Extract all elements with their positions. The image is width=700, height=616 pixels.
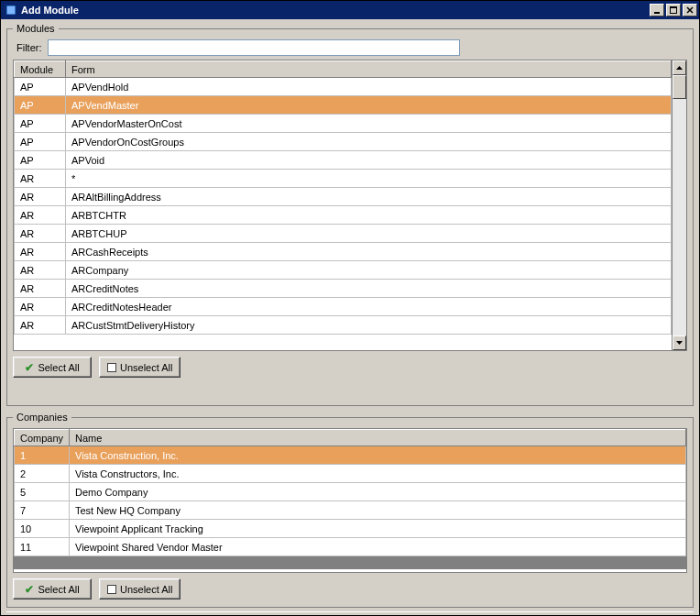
table-row[interactable]: ARARCustStmtDeliveryHistory <box>15 316 672 335</box>
table-row[interactable]: APAPVendMaster <box>15 96 672 115</box>
table-row[interactable]: ARARAltBillingAddress <box>15 188 672 206</box>
module-cell[interactable]: AP <box>15 115 66 133</box>
table-row[interactable]: ARARBTCHTR <box>15 206 672 225</box>
table-row[interactable]: 11Viewpoint Shared Vendor Master <box>15 538 686 556</box>
table-row[interactable]: ARARBTCHUP <box>15 225 672 243</box>
modules-scrollbar[interactable] <box>672 60 686 350</box>
companies-unselect-all-button[interactable]: Unselect All <box>99 578 180 600</box>
form-cell[interactable]: ARBTCHUP <box>66 225 672 243</box>
companies-select-all-button[interactable]: ✔ Select All <box>13 578 92 600</box>
window-buttons <box>650 4 697 16</box>
form-cell[interactable]: ARAltBillingAddress <box>66 188 672 206</box>
form-cell[interactable]: * <box>66 170 672 188</box>
table-row[interactable]: APAPVendHold <box>15 78 672 96</box>
modules-table[interactable]: Module Form APAPVendHoldAPAPVendMasterAP… <box>13 60 687 351</box>
table-row[interactable]: AR* <box>15 170 672 188</box>
module-cell[interactable]: AR <box>15 243 66 261</box>
checkbox-icon <box>107 363 116 372</box>
table-row[interactable]: 2Vista Constructors, Inc. <box>15 465 686 483</box>
scroll-up-button[interactable] <box>673 60 686 75</box>
table-row[interactable]: 1Vista Construction, Inc. <box>15 446 686 465</box>
companies-header-row[interactable]: Company Name <box>15 430 686 446</box>
module-cell[interactable]: AR <box>15 316 66 335</box>
scroll-track[interactable] <box>673 75 686 336</box>
modules-header-module[interactable]: Module <box>15 61 66 78</box>
form-cell[interactable]: APVendorMasterOnCost <box>66 115 672 133</box>
company-cell[interactable]: 10 <box>15 520 70 538</box>
table-row[interactable]: APAPVoid <box>15 151 672 170</box>
select-all-label: Select All <box>38 362 79 373</box>
name-cell[interactable]: Viewpoint Applicant Tracking <box>70 520 686 538</box>
modules-group: Modules Filter: Module Form <box>6 23 694 406</box>
modules-select-all-button[interactable]: ✔ Select All <box>13 357 92 378</box>
form-cell[interactable]: ARCashReceipts <box>66 243 672 261</box>
module-cell[interactable]: AR <box>15 170 66 188</box>
unselect-all-label: Unselect All <box>120 362 172 373</box>
name-cell[interactable]: Viewpoint Shared Vendor Master <box>70 538 686 556</box>
company-cell[interactable]: 2 <box>15 465 70 483</box>
module-cell[interactable]: AR <box>15 188 66 206</box>
checkbox-icon <box>107 585 116 594</box>
check-icon: ✔ <box>25 583 34 596</box>
svg-marker-6 <box>676 66 683 70</box>
filter-input[interactable] <box>48 39 460 56</box>
company-cell[interactable]: 11 <box>15 538 70 556</box>
form-cell[interactable]: APVendMaster <box>66 96 672 115</box>
scroll-down-button[interactable] <box>673 336 686 350</box>
companies-table[interactable]: Company Name 1Vista Construction, Inc.2V… <box>13 428 687 573</box>
name-cell[interactable]: Vista Constructors, Inc. <box>70 465 686 483</box>
table-row[interactable]: APAPVendorOnCostGroups <box>15 133 672 151</box>
form-cell[interactable]: ARCreditNotesHeader <box>66 298 672 316</box>
company-cell[interactable]: 1 <box>15 446 70 465</box>
modules-button-row: ✔ Select All Unselect All <box>13 357 687 378</box>
company-cell[interactable]: 5 <box>15 483 70 501</box>
module-cell[interactable]: AR <box>15 225 66 243</box>
modules-header-form[interactable]: Form <box>66 61 672 78</box>
svg-rect-1 <box>654 12 660 14</box>
table-row[interactable]: 5Demo Company <box>15 483 686 501</box>
form-cell[interactable]: ARCreditNotes <box>66 280 672 298</box>
svg-rect-0 <box>6 6 16 15</box>
company-cell[interactable]: 7 <box>15 501 70 520</box>
form-cell[interactable]: APVendHold <box>66 78 672 96</box>
module-cell[interactable]: AR <box>15 298 66 316</box>
form-cell[interactable]: ARBTCHTR <box>66 206 672 225</box>
module-cell[interactable]: AR <box>15 280 66 298</box>
module-cell[interactable]: AR <box>15 261 66 280</box>
titlebar[interactable]: Add Module <box>1 1 699 19</box>
close-button[interactable] <box>683 4 697 16</box>
module-cell[interactable]: AP <box>15 96 66 115</box>
companies-header-company[interactable]: Company <box>15 430 70 446</box>
minimize-button[interactable] <box>650 4 664 16</box>
form-cell[interactable]: APVoid <box>66 151 672 170</box>
name-cell[interactable]: Demo Company <box>70 483 686 501</box>
modules-header-row[interactable]: Module Form <box>15 61 672 78</box>
client-area: Modules Filter: Module Form <box>1 19 699 615</box>
module-cell[interactable]: AP <box>15 133 66 151</box>
chevron-down-icon <box>676 341 683 345</box>
module-cell[interactable]: AP <box>15 151 66 170</box>
table-row[interactable]: ARARCreditNotesHeader <box>15 298 672 316</box>
module-cell[interactable]: AP <box>15 78 66 96</box>
form-cell[interactable]: APVendorOnCostGroups <box>66 133 672 151</box>
name-cell[interactable]: Test New HQ Company <box>70 501 686 520</box>
modules-unselect-all-button[interactable]: Unselect All <box>99 357 180 378</box>
table-row[interactable]: APAPVendorMasterOnCost <box>15 115 672 133</box>
modules-legend: Modules <box>13 23 59 34</box>
form-cell[interactable]: ARCompany <box>66 261 672 280</box>
table-row[interactable]: ARARCreditNotes <box>15 280 672 298</box>
form-cell[interactable]: ARCustStmtDeliveryHistory <box>66 316 672 335</box>
companies-header-name[interactable]: Name <box>70 430 686 446</box>
table-row[interactable]: ARARCompany <box>15 261 672 280</box>
name-cell[interactable]: Vista Construction, Inc. <box>70 446 686 465</box>
svg-marker-7 <box>676 341 683 345</box>
maximize-button[interactable] <box>666 4 681 16</box>
table-row[interactable]: ARARCashReceipts <box>15 243 672 261</box>
chevron-up-icon <box>676 66 683 70</box>
filter-row: Filter: <box>13 39 687 56</box>
table-row[interactable]: 10Viewpoint Applicant Tracking <box>15 520 686 538</box>
scroll-thumb[interactable] <box>673 75 686 99</box>
close-icon <box>686 6 694 14</box>
module-cell[interactable]: AR <box>15 206 66 225</box>
table-row[interactable]: 7Test New HQ Company <box>15 501 686 520</box>
